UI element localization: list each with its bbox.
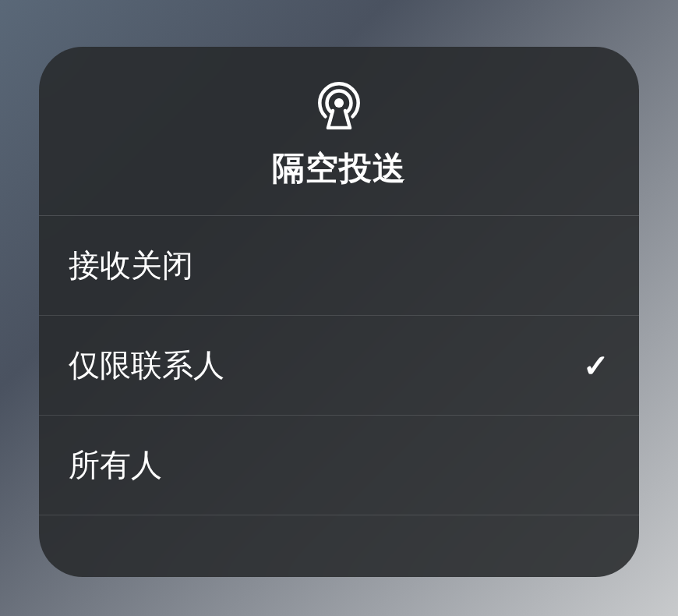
svg-point-0	[334, 98, 344, 108]
option-contacts-only[interactable]: 仅限联系人 ✓	[39, 316, 639, 416]
airdrop-settings-panel: 隔空投送 接收关闭 ✓ 仅限联系人 ✓ 所有人 ✓	[39, 47, 639, 577]
option-label: 仅限联系人	[69, 344, 224, 387]
option-everyone[interactable]: 所有人 ✓	[39, 416, 639, 515]
option-label: 所有人	[69, 444, 162, 487]
panel-header: 隔空投送	[39, 47, 639, 216]
airdrop-icon	[313, 76, 365, 129]
option-label: 接收关闭	[69, 244, 193, 287]
option-list: 接收关闭 ✓ 仅限联系人 ✓ 所有人 ✓	[39, 216, 639, 515]
panel-title: 隔空投送	[272, 147, 406, 190]
option-receiving-off[interactable]: 接收关闭 ✓	[39, 216, 639, 316]
checkmark-icon: ✓	[583, 348, 609, 384]
